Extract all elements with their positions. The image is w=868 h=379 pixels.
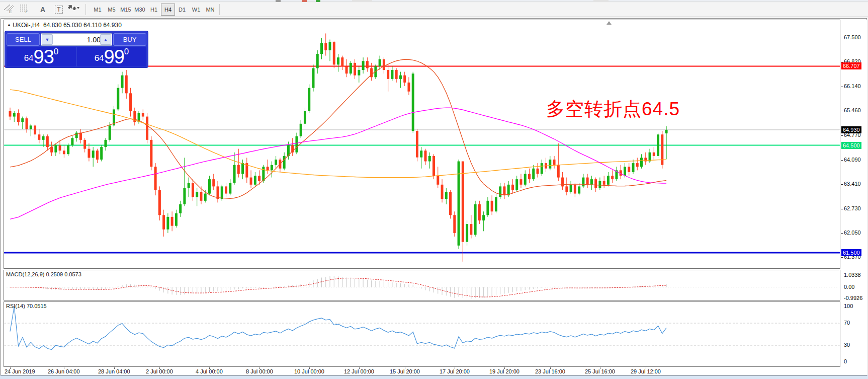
candle-body <box>407 83 410 92</box>
candle-body <box>217 186 219 199</box>
candle-body <box>383 59 385 70</box>
text-label-icon[interactable]: T <box>51 4 66 16</box>
volume-input[interactable] <box>53 34 101 45</box>
fibonacci-retracement-icon[interactable]: F <box>19 4 34 16</box>
candle-body <box>570 185 572 192</box>
clipped-toolbar-row <box>0 0 868 2</box>
candle-body <box>391 70 393 79</box>
timeframe-button-d1[interactable]: D1 <box>175 4 189 16</box>
main-chart-pane[interactable]: ▲ UKOil-,H4 64.830 65.030 64.110 64.930 … <box>4 20 840 269</box>
toolbar-fragment <box>352 0 372 2</box>
buy-price[interactable]: 64990 <box>77 47 146 66</box>
candle-body <box>175 213 178 226</box>
timeframe-button-m1[interactable]: M1 <box>91 4 105 16</box>
candle-body <box>653 153 655 156</box>
candle-body <box>437 176 439 185</box>
price-tick-mark <box>841 257 843 258</box>
macd-indicator-pane[interactable]: MACD(12,26,9) 0.2509 0.0573 <box>4 270 840 300</box>
candle-body <box>565 186 568 192</box>
candle-body <box>150 140 152 167</box>
candle-body <box>171 217 173 226</box>
price-tick-label: 67.500 <box>844 34 861 40</box>
time-tick-label: 10 Jul 00:00 <box>294 368 324 374</box>
candle-body <box>432 156 435 176</box>
rsi-indicator-pane[interactable]: RSI(14) 70.0515 <box>4 301 840 367</box>
time-tick-label: 29 Jul 12:00 <box>631 368 661 374</box>
candle-body <box>208 179 211 193</box>
time-tick-label: 24 Jun 2019 <box>5 368 35 374</box>
candle-body <box>594 179 597 188</box>
candle-body <box>54 145 57 153</box>
candle-body <box>158 190 161 215</box>
chart-shift-marker-icon[interactable] <box>606 21 612 25</box>
time-tick-label: 25 Jul 16:00 <box>585 368 615 374</box>
candle-body <box>188 183 190 188</box>
candle-body <box>26 118 28 129</box>
price-axis[interactable]: 67.50066.82066.14065.46064.77064.09063.4… <box>841 20 867 375</box>
candle-body <box>166 217 169 230</box>
candle-body <box>441 185 444 199</box>
candle-body <box>541 163 543 174</box>
timeframe-button-h1[interactable]: H1 <box>147 4 161 16</box>
candle-body <box>412 73 414 131</box>
time-tick-label: 15 Jul 20:00 <box>390 368 420 374</box>
sell-price[interactable]: 64930 <box>7 47 76 66</box>
macd-axis-label: 0.00 <box>844 284 854 290</box>
price-tick-mark <box>841 233 843 234</box>
candle-body <box>495 197 497 211</box>
candle-body <box>300 124 302 136</box>
ma-slow-line <box>10 108 666 219</box>
candle-body <box>162 215 165 229</box>
macd-label: MACD(12,26,9) 0.2509 0.0573 <box>6 271 81 277</box>
timeframe-button-m30[interactable]: M30 <box>133 4 147 16</box>
candle-body <box>109 125 111 139</box>
candle-body <box>295 136 298 153</box>
ohlc-readout: 64.830 65.030 64.110 64.930 <box>43 22 122 29</box>
candle-body <box>46 136 49 147</box>
candle-body <box>271 165 273 171</box>
sell-button[interactable]: SELL <box>7 33 40 46</box>
time-tick-label: 23 Jul 16:00 <box>535 368 565 374</box>
candle-body <box>241 163 244 174</box>
candle-body <box>283 156 286 169</box>
time-axis[interactable]: 24 Jun 201926 Jun 04:0028 Jun 04:002 Jul… <box>4 367 840 375</box>
candle-body <box>358 70 360 75</box>
equidistant-channel-icon[interactable]: E <box>3 4 18 16</box>
price-tick-mark <box>841 135 843 136</box>
candle-body <box>428 156 431 162</box>
timeframe-button-m15[interactable]: M15 <box>119 4 133 16</box>
time-tick-label: 12 Jul 00:00 <box>344 368 374 374</box>
candle-body <box>449 192 452 215</box>
timeframe-button-m5[interactable]: M5 <box>105 4 119 16</box>
timeframe-button-h4[interactable]: H4 <box>161 4 175 16</box>
candle-body <box>478 204 481 220</box>
candle-body <box>574 185 576 194</box>
candle-body <box>225 186 227 193</box>
candle-body <box>67 145 69 155</box>
volume-increase-button[interactable]: ▲ <box>100 34 111 45</box>
rsi-axis-label: 100 <box>844 303 853 309</box>
arrow-objects-icon[interactable] <box>67 4 82 16</box>
candle-body <box>362 61 365 70</box>
candle-body <box>366 61 369 68</box>
candle-body <box>636 163 639 167</box>
candle-body <box>117 88 119 110</box>
rsi-axis-label: 70 <box>844 320 850 326</box>
candle-body <box>474 204 477 235</box>
candle-body <box>491 201 493 211</box>
timeframe-button-mn[interactable]: MN <box>203 4 217 16</box>
candle-body <box>258 176 261 181</box>
candle-body <box>640 158 643 167</box>
one-click-trading-panel: SELL ▼ ▲ BUY 64930 64990 <box>5 31 148 67</box>
candle-body <box>582 178 584 187</box>
candle-body <box>204 194 207 201</box>
candle-body <box>657 134 659 156</box>
candle-body <box>92 150 95 158</box>
candle-body <box>192 183 194 197</box>
timeframe-button-w1[interactable]: W1 <box>189 4 203 16</box>
volume-decrease-button[interactable]: ▼ <box>42 34 53 45</box>
candle-body <box>304 111 306 124</box>
text-icon[interactable]: A <box>35 4 50 16</box>
buy-button[interactable]: BUY <box>113 33 146 46</box>
collapse-panel-icon[interactable]: ▲ <box>7 23 11 27</box>
